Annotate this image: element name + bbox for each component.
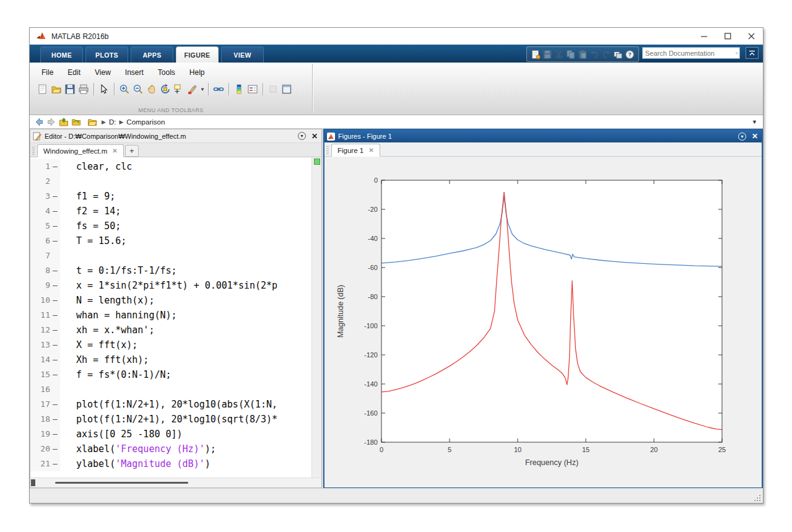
code-line[interactable]: 15–f = fs*(0:N-1)/N; [30,367,312,382]
breakpoint-column[interactable]: – [50,263,60,278]
breakpoint-column[interactable]: – [50,189,60,204]
code-editor[interactable]: 1–clear, clc23–f1 = 9;4–f2 = 14;5–fs = 5… [30,157,321,477]
editor-file-tab-close-icon[interactable]: ✕ [112,147,117,154]
code-line[interactable]: 5–fs = 50; [30,219,312,233]
breakpoint-column[interactable] [50,382,60,397]
code-line[interactable]: 4–f2 = 14; [30,204,312,219]
browse-folder-icon[interactable] [71,117,81,127]
breadcrumb-segment[interactable]: D: [109,118,116,126]
switch-windows-icon[interactable] [613,50,623,59]
breakpoint-column[interactable]: – [50,442,60,456]
close-button[interactable] [739,28,763,45]
ribbon-tab-apps[interactable]: APPS [131,46,173,63]
code-line[interactable]: 8–t = 0:1/fs:T-1/fs; [30,263,312,278]
link-plot-icon[interactable] [213,84,224,95]
ribbon-tab-view[interactable]: VIEW [221,46,264,63]
code-analyzer-ok-indicator[interactable] [314,159,320,165]
back-icon[interactable] [34,117,44,127]
code-line[interactable]: 10–N = length(x); [30,293,312,308]
breakpoint-column[interactable]: – [50,412,60,427]
code-line[interactable]: 12–xh = x.*whan'; [30,323,312,338]
code-line[interactable]: 21–ylabel('Magnitude (dB)') [30,456,312,471]
menu-file[interactable]: File [41,68,53,77]
zoom-in-icon[interactable] [119,84,130,95]
address-dropdown-icon[interactable]: ▼ [752,119,757,125]
code-line[interactable]: 19–axis([0 25 -180 0]) [30,427,312,442]
menu-edit[interactable]: Edit [67,68,81,77]
up-folder-icon[interactable] [59,117,69,127]
code-line[interactable]: 1–clear, clc [30,159,312,174]
breakpoint-column[interactable]: – [50,233,60,248]
forward-icon[interactable] [46,117,56,127]
code-line[interactable]: 6–T = 15.6; [30,233,312,248]
breakpoint-column[interactable]: – [50,159,60,174]
breakpoint-column[interactable] [50,174,60,189]
breakpoint-column[interactable]: – [50,293,60,308]
breakpoint-column[interactable]: – [50,427,60,442]
window-resize-grip[interactable] [753,494,760,501]
brush-icon[interactable] [187,84,198,95]
editor-file-tab[interactable]: Windowing_effect.m ✕ [37,144,124,157]
breakpoint-column[interactable]: – [50,308,60,323]
legend-icon[interactable] [247,84,258,95]
maximize-button[interactable] [716,28,739,45]
figure-1-tab-close-icon[interactable]: ✕ [368,147,373,154]
code-line[interactable]: 7 [30,248,312,263]
pan-icon[interactable] [146,84,157,95]
editor-horizontal-scrollbar[interactable] [30,477,321,487]
editor-actions-icon[interactable]: ▼ [298,132,306,140]
breakpoint-column[interactable]: – [50,338,60,352]
code-line[interactable]: 17–plot(f(1:N/2+1), 20*log10(abs(X(1:N, [30,397,312,412]
open-file-icon[interactable] [51,84,62,95]
help-icon[interactable]: ? [625,50,635,59]
breakpoint-column[interactable]: – [50,278,60,293]
minimize-button[interactable] [692,28,716,45]
code-line[interactable]: 14–Xh = fft(xh); [30,352,312,367]
new-script-icon[interactable] [531,50,541,59]
breakpoint-column[interactable]: – [50,352,60,367]
figures-close-icon[interactable]: ✕ [752,133,758,140]
breakpoint-column[interactable] [50,248,60,263]
code-line[interactable]: 2 [30,174,312,189]
ribbon-tab-figure[interactable]: FIGURE [176,46,219,63]
ribbon-tab-home[interactable]: HOME [40,46,83,63]
breakpoint-column[interactable]: – [50,367,60,382]
figure-canvas[interactable]: 05101520250-20-40-60-80-100-120-140-160-… [324,157,762,487]
data-cursor-icon[interactable] [173,84,185,95]
editor-close-icon[interactable]: ✕ [311,133,318,140]
print-icon[interactable] [78,84,89,95]
code-line[interactable]: 11–whan = hanning(N); [30,308,312,323]
figure-1-tab[interactable]: Figure 1 ✕ [331,144,380,157]
search-input[interactable] [643,50,736,57]
code-line[interactable]: 16 [30,382,312,397]
square-icon[interactable] [281,84,292,95]
code-line[interactable]: 13–X = fft(x); [30,338,312,352]
menu-insert[interactable]: Insert [125,68,144,77]
breakpoint-column[interactable]: – [50,397,60,412]
menu-view[interactable]: View [95,68,111,77]
save-figure-icon[interactable] [64,84,76,95]
code-line[interactable]: 18–plot(f(1:N/2+1), 20*log10(sqrt(8/3)* [30,412,312,427]
breadcrumb-segment[interactable]: Comparison [126,118,165,126]
search-documentation-box[interactable] [642,47,740,59]
breakpoint-column[interactable]: – [50,456,60,471]
menu-help[interactable]: Help [189,68,205,77]
menu-tools[interactable]: Tools [158,68,175,77]
breakpoint-column[interactable]: – [50,219,60,233]
new-figure-icon[interactable] [37,84,48,95]
search-icon[interactable] [736,49,738,58]
code-line[interactable]: 20–xlabel('Frequency (Hz)'); [30,442,312,456]
new-file-tab-button[interactable]: + [125,145,139,157]
ribbon-tab-plots[interactable]: PLOTS [85,46,128,63]
code-line[interactable]: 3–f1 = 9; [30,189,312,204]
brush-dropdown-icon[interactable]: ▼ [200,87,205,92]
breakpoint-column[interactable]: – [50,204,60,219]
breakpoint-column[interactable]: – [50,323,60,338]
figures-actions-icon[interactable]: ▼ [738,133,746,141]
minimize-ribbon-button[interactable] [746,47,759,59]
pointer-icon[interactable] [98,84,110,95]
zoom-out-icon[interactable] [133,84,144,95]
rotate-3d-icon[interactable] [160,84,171,95]
scrollbar-thumb[interactable] [55,482,188,484]
square-dim-icon[interactable] [268,84,279,95]
